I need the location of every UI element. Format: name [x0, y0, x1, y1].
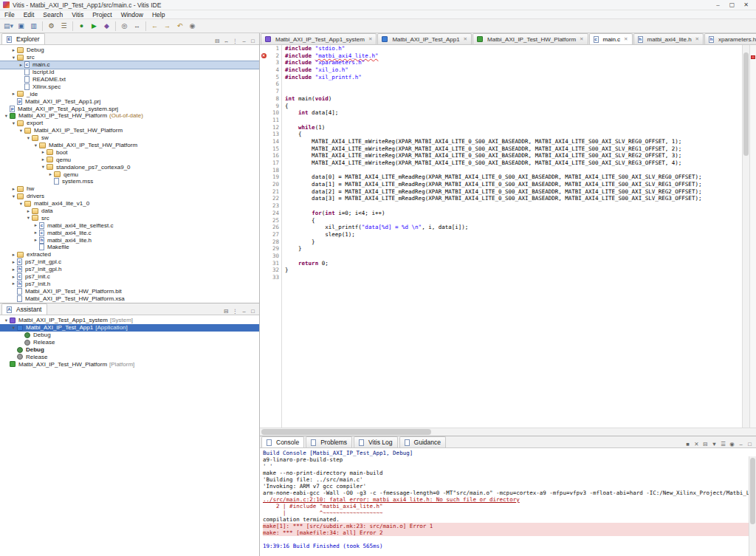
expand-arrow-icon[interactable]: ▾: [10, 325, 17, 331]
expand-arrow-icon[interactable]: ▾: [3, 113, 10, 119]
word-wrap-icon[interactable]: ☰: [719, 441, 727, 447]
save-button[interactable]: ▣: [15, 20, 27, 32]
clear-console-icon[interactable]: ⊟: [701, 441, 709, 447]
build-button[interactable]: ⚙: [45, 20, 58, 32]
explorer-tree-item[interactable]: Matbi_AXI_IP_Test_App1.prj: [0, 97, 259, 105]
expand-arrow-icon[interactable]: ▸: [10, 259, 17, 265]
editor-tab[interactable]: Matbi_AXI_IP_Test_App1✕: [377, 33, 472, 44]
error-annotation-marker[interactable]: [751, 55, 755, 59]
explorer-tree-item[interactable]: ▸extracted: [0, 251, 259, 258]
expand-arrow-icon[interactable]: ▸: [10, 274, 17, 280]
pin-console-icon[interactable]: ◉: [728, 441, 736, 447]
assistant-tree-item[interactable]: ▾Matbi_AXI_IP_Test_App1[Application]: [0, 324, 259, 332]
expand-arrow-icon[interactable]: ▸: [18, 62, 24, 68]
explorer-tree-item[interactable]: ▸main.c: [0, 61, 259, 69]
back-button[interactable]: ←: [148, 20, 161, 32]
explorer-tree-item[interactable]: ▾Matbi_AXI_IP_Test_HW_Platform: [0, 127, 259, 134]
explorer-tree-item[interactable]: Matbi_AXI_IP_Test_HW_Platform.bit: [0, 287, 259, 295]
explorer-tree-item[interactable]: Makefile: [0, 244, 259, 251]
explorer-tree-item[interactable]: ▸qemu: [0, 171, 259, 178]
explorer-tree-item[interactable]: ▸qemu: [0, 156, 259, 163]
forward-button[interactable]: →: [161, 20, 173, 32]
explorer-tree-item[interactable]: ▸matbi_axi4_lite_selftest.c: [0, 222, 259, 229]
assistant-tree-item[interactable]: Matbi_AXI_IP_Test_HW_Platform[Platform]: [0, 360, 259, 368]
expand-arrow-icon[interactable]: ▾: [3, 318, 10, 323]
maximize-view-icon[interactable]: □: [249, 38, 257, 44]
explorer-tree-item[interactable]: ▾drivers: [0, 193, 259, 200]
explorer-tree-item[interactable]: ▾src: [0, 54, 259, 61]
explorer-tree-item[interactable]: README.txt: [0, 76, 259, 83]
maximize-view-icon[interactable]: □: [746, 441, 754, 447]
expand-arrow-icon[interactable]: ▸: [32, 230, 39, 236]
menu-file[interactable]: File: [0, 11, 19, 18]
expand-arrow-icon[interactable]: ▾: [18, 201, 24, 207]
editor-tab[interactable]: matbi_axi4_lite.h✕: [633, 33, 704, 44]
last-edit-location-button[interactable]: ↶: [173, 20, 186, 32]
expand-arrow-icon[interactable]: ▸: [10, 186, 17, 192]
expand-arrow-icon[interactable]: ▸: [32, 222, 39, 228]
expand-arrow-icon[interactable]: ▸: [10, 91, 17, 97]
expand-arrow-icon[interactable]: ▸: [10, 267, 17, 272]
pin-editor-button[interactable]: ◉: [186, 20, 199, 32]
collapse-all-icon[interactable]: ⊟: [213, 38, 221, 44]
minimize-view-icon[interactable]: –: [240, 308, 248, 315]
explorer-tree-item[interactable]: ▾sw: [0, 134, 259, 142]
code-area[interactable]: #include "stdio.h"#include "matbi_axi4_l…: [282, 45, 742, 428]
assistant-tree-item[interactable]: Debug: [0, 346, 259, 354]
explorer-tree-item[interactable]: ▾Matbi_AXI_IP_Test_HW_Platform: [0, 142, 259, 149]
menu-project[interactable]: Project: [88, 11, 116, 18]
console-tab-console[interactable]: Console: [261, 436, 304, 447]
link-with-editor-icon[interactable]: ↔: [222, 38, 230, 44]
scrollbar-thumb[interactable]: [743, 52, 749, 156]
expand-arrow-icon[interactable]: ▾: [40, 164, 47, 170]
build-all-button[interactable]: ☰: [58, 20, 70, 32]
view-menu-icon[interactable]: ⋮: [231, 308, 239, 315]
explorer-tree-item[interactable]: Xilinx.spec: [0, 83, 259, 90]
view-menu-icon[interactable]: ⋮: [231, 38, 239, 44]
run-button[interactable]: ▶: [88, 20, 100, 32]
explorer-tree-item[interactable]: ▸ps7_init.c: [0, 273, 259, 281]
explorer-tree-item[interactable]: ▸_ide: [0, 90, 259, 97]
explorer-tree-item[interactable]: ▸ps7_init_gpl.c: [0, 258, 259, 266]
editor-tab[interactable]: main.c✕: [589, 33, 633, 44]
minimize-button[interactable]: –: [711, 1, 725, 8]
console-tab-guidance[interactable]: Guidance: [399, 436, 446, 447]
menu-edit[interactable]: Edit: [19, 11, 39, 18]
explorer-tree-item[interactable]: ▸ps7_init_gpl.h: [0, 266, 259, 273]
editor-tab[interactable]: Matbi_AXI_IP_Test_App1_system✕: [261, 33, 377, 44]
assistant-tree-item[interactable]: Release: [0, 339, 259, 346]
console-tab-vitis-log[interactable]: Vitis Log: [354, 436, 397, 447]
menu-vitis[interactable]: Vitis: [67, 11, 88, 18]
remove-launch-icon[interactable]: ✕: [693, 441, 701, 447]
console-tab-problems[interactable]: Problems: [306, 436, 352, 447]
profile-button[interactable]: ◆: [100, 20, 113, 32]
expand-arrow-icon[interactable]: ▸: [40, 157, 47, 162]
scrollbar-thumb[interactable]: [750, 458, 755, 524]
search-button[interactable]: ◎: [118, 20, 131, 32]
debug-button[interactable]: ●: [75, 20, 88, 32]
tab-close-icon[interactable]: ✕: [368, 36, 372, 42]
explorer-tree-item[interactable]: Matbi_AXI_IP_Test_HW_Platform.xsa: [0, 295, 259, 302]
expand-arrow-icon[interactable]: ▸: [40, 149, 47, 155]
explorer-tree-item[interactable]: ▸hw: [0, 185, 259, 193]
assistant-tab[interactable]: Assistant: [1, 303, 47, 315]
expand-arrow-icon[interactable]: ▾: [25, 135, 32, 141]
expand-arrow-icon[interactable]: ▸: [10, 281, 17, 286]
explorer-tree-item[interactable]: ▸matbi_axi4_lite.c: [0, 229, 259, 236]
expand-arrow-icon[interactable]: ▾: [10, 193, 17, 199]
scroll-lock-icon[interactable]: ▼: [710, 441, 718, 447]
expand-arrow-icon[interactable]: ▾: [25, 215, 32, 221]
explorer-tab[interactable]: Explorer: [1, 33, 45, 44]
explorer-tree-item[interactable]: ▾Matbi_AXI_IP_Test_HW_Platform(Out-of-da…: [0, 112, 259, 120]
expand-arrow-icon[interactable]: ▾: [10, 120, 17, 126]
error-marker-icon[interactable]: ✕: [261, 53, 267, 58]
editor-tab[interactable]: xparameters.h✕: [704, 33, 756, 44]
terminate-icon[interactable]: ■: [684, 441, 692, 447]
explorer-tree-item[interactable]: system.mss: [0, 178, 259, 185]
explorer-tree-item[interactable]: ▸Debug: [0, 47, 259, 54]
scrollbar-thumb[interactable]: [261, 429, 431, 435]
tab-close-icon[interactable]: ✕: [580, 36, 583, 42]
explorer-tree-item[interactable]: ▸boot: [0, 148, 259, 156]
menu-search[interactable]: Search: [38, 11, 67, 18]
maximize-button[interactable]: ▢: [725, 1, 739, 8]
